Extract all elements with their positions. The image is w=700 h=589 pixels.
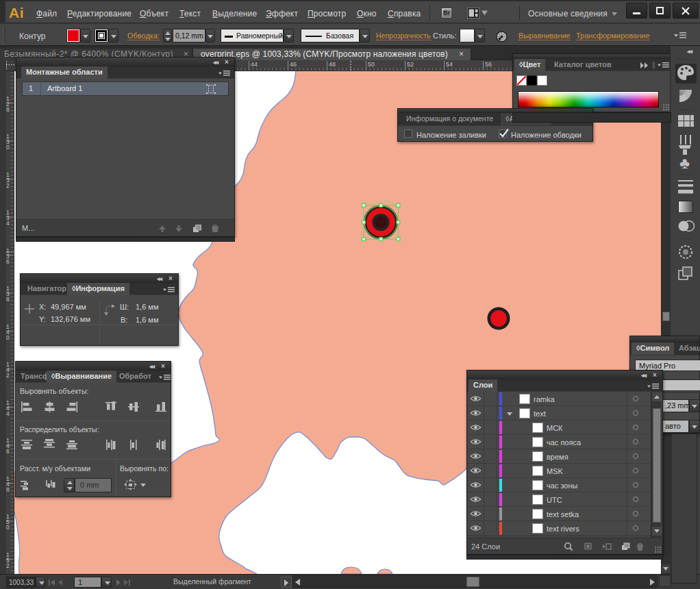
svg-text:2: 2 — [6, 372, 10, 379]
svg-text:46: 46 — [290, 61, 297, 68]
svg-text:50: 50 — [368, 61, 375, 68]
svg-text:44: 44 — [251, 61, 258, 68]
svg-text:2: 2 — [6, 182, 10, 189]
svg-text:52: 52 — [407, 61, 414, 68]
svg-text:6: 6 — [6, 448, 10, 455]
svg-text:8: 8 — [6, 296, 10, 303]
svg-text:56: 56 — [485, 61, 492, 68]
svg-text:6: 6 — [6, 258, 10, 265]
svg-text:2: 2 — [6, 562, 10, 569]
svg-text:54: 54 — [446, 61, 453, 68]
svg-text:0: 0 — [6, 144, 10, 151]
svg-text:0: 0 — [6, 524, 10, 531]
svg-text:0: 0 — [6, 334, 10, 341]
svg-text:4: 4 — [6, 220, 10, 227]
svg-text:4: 4 — [6, 410, 10, 417]
svg-text:8: 8 — [6, 106, 10, 113]
svg-text:48: 48 — [329, 61, 336, 68]
svg-text:8: 8 — [6, 486, 10, 493]
